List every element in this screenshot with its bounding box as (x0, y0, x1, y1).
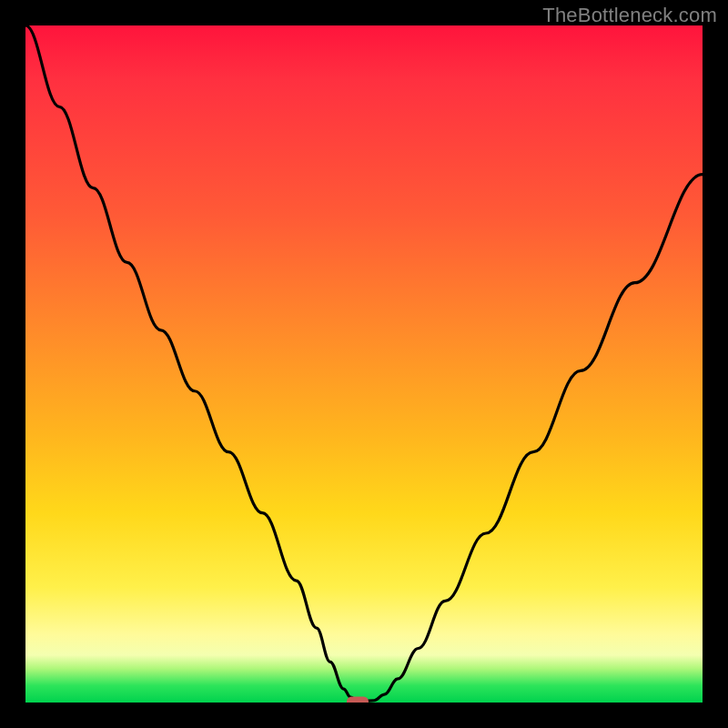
bottleneck-curve (25, 25, 703, 703)
chart-frame: TheBottleneck.com (0, 0, 728, 728)
optimal-marker (347, 696, 369, 703)
plot-area (25, 25, 703, 703)
watermark-text: TheBottleneck.com (542, 4, 717, 27)
